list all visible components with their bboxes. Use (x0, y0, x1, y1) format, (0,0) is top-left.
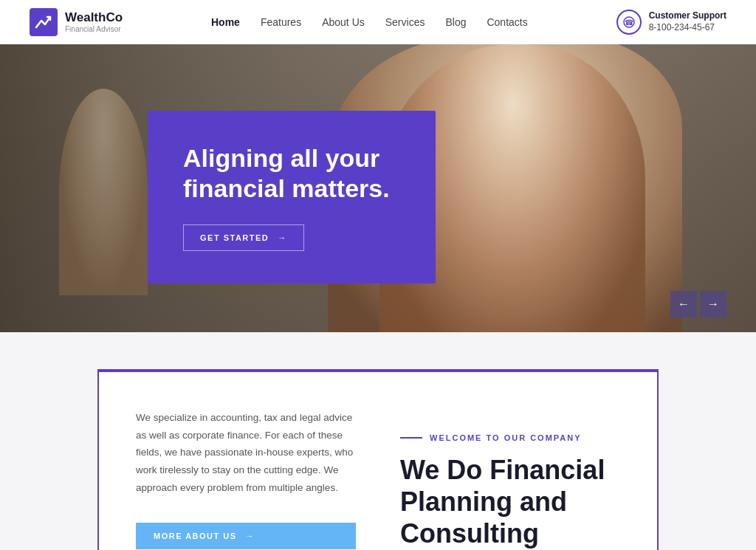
brand-subtitle: Financial Advisor (65, 25, 123, 34)
about-left-col: We specialize in accounting, tax and leg… (136, 409, 356, 549)
nav-services[interactable]: Services (385, 16, 425, 28)
hero-card: Aligning all your financial matters. GET… (148, 111, 436, 283)
support-label: Customer Support (649, 10, 726, 22)
slider-prev-button[interactable]: ← (670, 291, 697, 317)
slider-next-button[interactable]: → (700, 291, 726, 317)
nav-home[interactable]: Home (211, 16, 240, 28)
header: WealthCo Financial Advisor Home Features… (0, 0, 756, 44)
about-description: We specialize in accounting, tax and leg… (136, 409, 356, 496)
hero-title: Aligning all your financial matters. (183, 143, 400, 204)
about-cta-label: MORE ABOUT US (154, 532, 237, 540)
nav-features[interactable]: Features (261, 16, 301, 28)
nav-about[interactable]: About Us (322, 16, 365, 28)
welcome-text: WELCOME TO OUR COMPANY (430, 433, 582, 442)
about-title-line1: We Do Financial (400, 455, 605, 485)
welcome-line-decoration (400, 437, 422, 439)
svg-text:☎: ☎ (625, 18, 633, 27)
arrow-right-icon: → (278, 233, 287, 242)
about-section: We specialize in accounting, tax and leg… (0, 332, 756, 550)
support-area: ☎ Customer Support 8-100-234-45-67 (616, 10, 726, 35)
slider-controls: ← → (670, 291, 726, 317)
hero-section: Aligning all your financial matters. GET… (0, 44, 756, 332)
about-title-line2: Planning and (400, 487, 567, 517)
nav-contacts[interactable]: Contacts (487, 16, 527, 28)
about-title: We Do Financial Planning and Consulting (400, 454, 620, 550)
logo-text: WealthCo Financial Advisor (65, 10, 123, 34)
phone-icon: ☎ (616, 10, 642, 35)
logo[interactable]: WealthCo Financial Advisor (30, 8, 123, 36)
welcome-label-area: WELCOME TO OUR COMPANY (400, 433, 620, 442)
brand-name: WealthCo (65, 10, 123, 25)
about-title-line3: Consulting (400, 518, 539, 549)
hero-cta-label: GET STARTED (200, 233, 269, 242)
hero-cta-button[interactable]: GET STARTED → (183, 224, 304, 251)
about-card: We specialize in accounting, tax and leg… (97, 369, 659, 550)
logo-icon (30, 8, 58, 36)
arrow-right-icon: → (246, 532, 255, 540)
about-right-col: WELCOME TO OUR COMPANY We Do Financial P… (400, 409, 620, 549)
support-text: Customer Support 8-100-234-45-67 (649, 10, 726, 33)
main-nav: Home Features About Us Services Blog Con… (211, 16, 528, 28)
nav-blog[interactable]: Blog (445, 16, 466, 28)
about-cta-button[interactable]: MORE ABOUT US → (136, 523, 356, 549)
support-phone: 8-100-234-45-67 (649, 22, 726, 34)
